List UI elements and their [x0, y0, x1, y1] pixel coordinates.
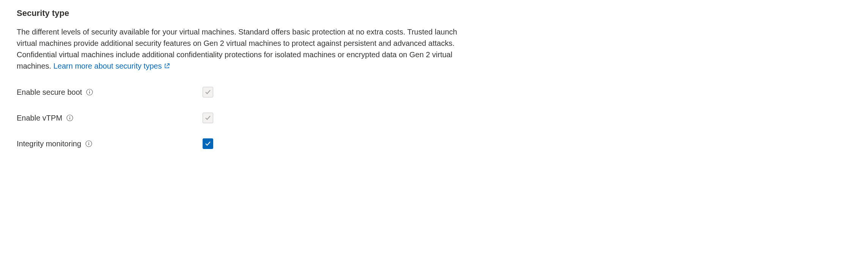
integrity-row: Integrity monitoring: [17, 138, 851, 149]
vtpm-label: Enable vTPM: [17, 113, 62, 123]
svg-point-4: [69, 116, 70, 117]
svg-point-1: [89, 90, 90, 91]
info-icon[interactable]: [85, 140, 93, 147]
vtpm-row: Enable vTPM: [17, 113, 851, 123]
integrity-label-wrap: Integrity monitoring: [17, 138, 203, 149]
vtpm-checkbox: [203, 113, 213, 123]
info-icon[interactable]: [66, 114, 74, 122]
section-title: Security type: [17, 8, 851, 19]
learn-more-text: Learn more about security types: [53, 60, 162, 72]
integrity-label: Integrity monitoring: [17, 138, 81, 149]
info-icon[interactable]: [86, 88, 93, 96]
secure-boot-label: Enable secure boot: [17, 87, 82, 97]
svg-rect-8: [88, 143, 89, 145]
svg-rect-5: [69, 118, 70, 119]
integrity-checkbox[interactable]: [203, 138, 213, 149]
section-description: The different levels of security availab…: [17, 26, 464, 72]
vtpm-label-wrap: Enable vTPM: [17, 113, 203, 123]
secure-boot-label-wrap: Enable secure boot: [17, 87, 203, 97]
secure-boot-row: Enable secure boot: [17, 87, 851, 97]
svg-point-7: [88, 142, 89, 143]
external-link-icon: [164, 63, 170, 69]
secure-boot-checkbox: [203, 87, 213, 97]
learn-more-link[interactable]: Learn more about security types: [53, 60, 170, 72]
svg-rect-2: [90, 92, 90, 94]
